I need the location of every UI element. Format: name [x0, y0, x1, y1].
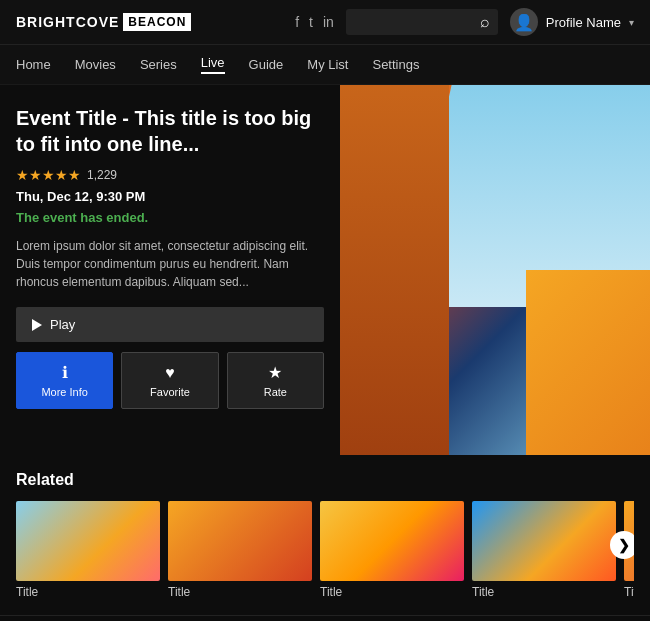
- star-rating: ★★★★★ 1,229: [16, 167, 324, 183]
- event-title: Event Title - This title is too big to f…: [16, 105, 324, 157]
- twitter-icon[interactable]: t: [309, 14, 313, 30]
- hero-image-panel: [340, 85, 650, 455]
- search-input[interactable]: [354, 15, 474, 29]
- related-item-title-3: Title: [320, 585, 464, 599]
- favorite-label: Favorite: [150, 386, 190, 398]
- related-thumb-4: [472, 501, 616, 581]
- header: BRIGHTCOVE BEACON f t in ⌕ 👤 Profile Nam…: [0, 0, 650, 45]
- rate-label: Rate: [264, 386, 287, 398]
- hero-image: [340, 85, 650, 455]
- content-area: Event Title - This title is too big to f…: [0, 85, 650, 455]
- footer-nav: Item 1 Item 2 Item Item Item: [0, 615, 650, 621]
- nav-item-live[interactable]: Live: [201, 55, 225, 74]
- hero-wall-right: [526, 270, 650, 455]
- related-item[interactable]: Title: [16, 501, 160, 599]
- event-description: Lorem ipsum dolor sit amet, consectetur …: [16, 237, 324, 291]
- favorite-button[interactable]: ♥ Favorite: [121, 352, 218, 409]
- star-icon: ★: [268, 363, 282, 382]
- nav-item-home[interactable]: Home: [16, 57, 51, 72]
- related-item[interactable]: Title: [168, 501, 312, 599]
- nav-item-series[interactable]: Series: [140, 57, 177, 72]
- play-icon: [32, 319, 42, 331]
- related-item[interactable]: Title: [472, 501, 616, 599]
- info-icon: ℹ: [62, 363, 68, 382]
- related-item-title-2: Title: [168, 585, 312, 599]
- related-item-title-5: Title: [624, 585, 634, 599]
- event-status: The event has ended.: [16, 210, 324, 225]
- play-button[interactable]: Play: [16, 307, 324, 342]
- action-buttons: ℹ More Info ♥ Favorite ★ Rate: [16, 352, 324, 409]
- related-section: Related Title Title Title Title Title ❯: [0, 455, 650, 615]
- more-info-button[interactable]: ℹ More Info: [16, 352, 113, 409]
- related-item-title-1: Title: [16, 585, 160, 599]
- rating-count: 1,229: [87, 168, 117, 182]
- profile-name: Profile Name: [546, 15, 621, 30]
- search-bar[interactable]: ⌕: [346, 9, 498, 35]
- related-items: Title Title Title Title Title ❯: [16, 501, 634, 599]
- related-thumb-1: [16, 501, 160, 581]
- nav-item-guide[interactable]: Guide: [249, 57, 284, 72]
- left-panel: Event Title - This title is too big to f…: [0, 85, 340, 455]
- logo-beacon-text: BEACON: [123, 13, 191, 31]
- rate-button[interactable]: ★ Rate: [227, 352, 324, 409]
- profile-area[interactable]: 👤 Profile Name ▾: [510, 8, 634, 36]
- related-title: Related: [16, 471, 634, 489]
- event-datetime: Thu, Dec 12, 9:30 PM: [16, 189, 324, 204]
- play-label: Play: [50, 317, 75, 332]
- related-item-title-4: Title: [472, 585, 616, 599]
- avatar: 👤: [510, 8, 538, 36]
- carousel-next-button[interactable]: ❯: [610, 531, 634, 559]
- nav-item-mylist[interactable]: My List: [307, 57, 348, 72]
- search-icon: ⌕: [480, 13, 490, 31]
- facebook-icon[interactable]: f: [295, 14, 299, 30]
- instagram-icon[interactable]: in: [323, 14, 334, 30]
- nav-item-settings[interactable]: Settings: [372, 57, 419, 72]
- header-right: f t in ⌕ 👤 Profile Name ▾: [295, 8, 634, 36]
- chevron-down-icon: ▾: [629, 17, 634, 28]
- related-thumb-2: [168, 501, 312, 581]
- hero-wall-left: [340, 85, 449, 455]
- more-info-label: More Info: [41, 386, 87, 398]
- related-item[interactable]: Title: [320, 501, 464, 599]
- related-thumb-3: [320, 501, 464, 581]
- logo: BRIGHTCOVE BEACON: [16, 13, 191, 31]
- main-nav: Home Movies Series Live Guide My List Se…: [0, 45, 650, 85]
- nav-item-movies[interactable]: Movies: [75, 57, 116, 72]
- heart-icon: ♥: [165, 364, 175, 382]
- social-icons: f t in: [295, 14, 334, 30]
- stars: ★★★★★: [16, 167, 81, 183]
- logo-brightcove-text: BRIGHTCOVE: [16, 14, 119, 30]
